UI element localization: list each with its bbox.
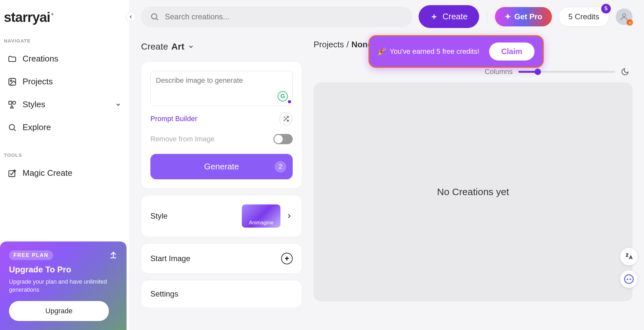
upgrade-desc: Upgrade your plan and have unlimited gen… [9,278,118,294]
main-area: Create ✦ Get Pro 5 Credits 5 + Create Ar… [129,0,644,330]
notification-text: You've earned 5 free credits! [390,47,479,56]
columns-label: Columns [485,68,513,76]
sidebar-item-label: Creations [23,54,58,64]
magic-wand-icon [8,169,17,178]
sidebar-item-styles[interactable]: Styles [3,94,127,115]
add-start-image-button[interactable]: + [281,253,293,264]
style-label: Style [150,212,167,221]
avatar[interactable]: + [616,8,632,25]
sidebar-item-magic-create[interactable]: Magic Create [3,162,127,184]
header: Create ✦ Get Pro 5 Credits 5 + [129,0,644,33]
svg-point-6 [152,14,157,19]
prompt-box[interactable]: G [150,71,293,106]
generate-button[interactable]: Generate 2 [150,154,293,179]
credits-pill[interactable]: 5 Credits 5 [558,7,609,27]
search-bar[interactable] [141,6,412,27]
create-panel: Create Art G Prompt Builder [141,40,302,324]
sidebar-item-label: Styles [23,99,45,109]
grammarly-icon[interactable]: G [278,91,290,103]
create-button[interactable]: Create [419,5,479,28]
start-image-card[interactable]: Start Image + [141,243,302,274]
create-heading[interactable]: Create Art [141,40,302,54]
svg-point-3 [13,101,15,104]
credits-badge: 5 [601,4,611,14]
search-icon [150,12,159,21]
creations-canvas: No Creations yet [314,82,632,301]
generate-count-badge: 2 [275,161,286,173]
columns-slider[interactable] [518,71,615,73]
search-icon [8,123,17,132]
columns-control: Columns [314,68,632,76]
plus-icon [430,13,438,21]
prompt-textarea[interactable] [156,76,287,96]
content: Create Art G Prompt Builder [129,33,644,330]
settings-card[interactable]: Settings [141,280,302,308]
style-card[interactable]: Style Animagine [141,195,302,237]
remove-toggle[interactable] [273,134,293,144]
upgrade-button[interactable]: Upgrade [9,301,109,321]
svg-point-1 [10,80,12,81]
right-area: Projects / None 🎉 You've earned 5 free c… [314,40,632,324]
shuffle-button[interactable] [279,112,293,126]
breadcrumb[interactable]: Projects / None 🎉 You've earned 5 free c… [314,40,632,50]
brand-logo[interactable]: starryai✦ [0,6,129,35]
credits-notification: 🎉 You've earned 5 free credits! Claim [368,35,544,68]
sidebar-item-label: Explore [23,122,51,132]
upload-icon[interactable] [109,250,118,259]
prompt-card: G Prompt Builder Remove from Image [141,61,302,189]
sidebar-item-projects[interactable]: Projects [3,71,127,92]
empty-state-text: No Creations yet [437,186,509,197]
translate-button[interactable] [620,248,638,265]
svg-point-7 [622,14,625,16]
party-emoji-icon: 🎉 [378,47,386,56]
svg-point-4 [9,124,14,129]
sparkle-icon: ✦ [50,12,54,17]
divider [487,10,487,23]
search-input[interactable] [165,12,403,21]
remove-from-image-label: Remove from Image [150,135,214,143]
image-icon [8,77,17,86]
sidebar-item-creations[interactable]: Creations [3,48,127,70]
upgrade-card: FREE PLAN Upgrade To Pro Upgrade your pl… [0,241,127,330]
start-image-label: Start Image [150,254,190,263]
prompt-builder-link[interactable]: Prompt Builder [150,115,197,123]
chevron-down-icon [188,43,194,50]
folder-icon [8,54,17,63]
upgrade-title: Upgrade To Pro [9,265,118,275]
style-thumbnail: Animagine [242,204,280,228]
sidebar-item-explore[interactable]: Explore [3,117,127,138]
chevron-right-icon [286,212,293,220]
sparkle-icon: ✦ [505,12,511,21]
svg-rect-2 [9,101,12,104]
dark-mode-icon[interactable] [621,68,629,76]
sidebar-collapse-button[interactable] [126,12,136,22]
chevron-down-icon [115,101,121,108]
get-pro-button[interactable]: ✦ Get Pro [495,7,552,26]
sidebar-item-label: Magic Create [23,168,72,178]
section-tools-label: TOOLS [0,149,129,161]
plan-badge: FREE PLAN [9,250,53,260]
avatar-plus-icon: + [627,19,633,26]
sidebar: starryai✦ NAVIGATE Creations Projects St… [0,0,129,330]
sidebar-item-label: Projects [23,77,53,87]
claim-button[interactable]: Claim [489,42,535,61]
assistant-button[interactable] [620,270,638,288]
settings-label: Settings [150,289,178,298]
section-navigate-label: NAVIGATE [0,35,129,47]
shapes-icon [8,100,17,109]
